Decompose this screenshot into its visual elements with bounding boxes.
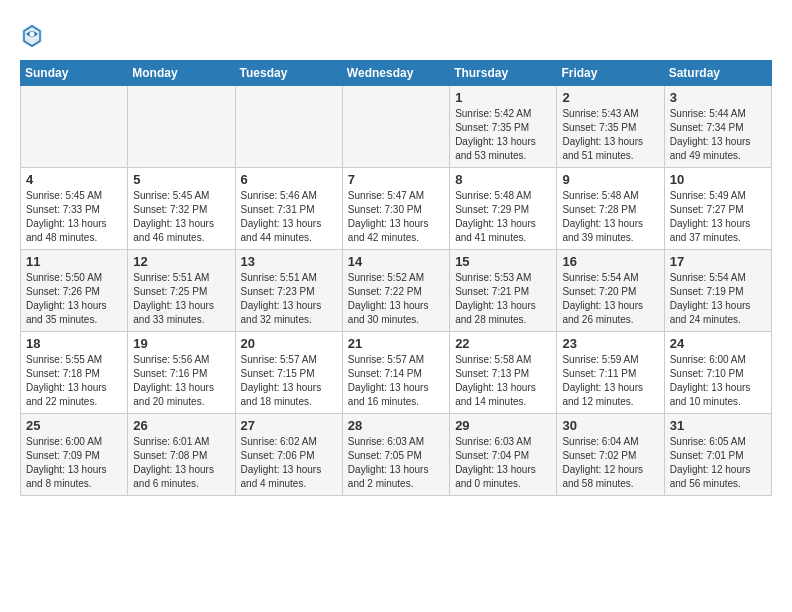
weekday-header-tuesday: Tuesday <box>235 61 342 86</box>
calendar-cell: 10Sunrise: 5:49 AMSunset: 7:27 PMDayligh… <box>664 168 771 250</box>
cell-info: Sunrise: 6:02 AMSunset: 7:06 PMDaylight:… <box>241 435 337 491</box>
cell-info: Sunrise: 5:46 AMSunset: 7:31 PMDaylight:… <box>241 189 337 245</box>
cell-info: Sunrise: 5:42 AMSunset: 7:35 PMDaylight:… <box>455 107 551 163</box>
day-number: 9 <box>562 172 658 187</box>
day-number: 24 <box>670 336 766 351</box>
day-number: 22 <box>455 336 551 351</box>
day-number: 5 <box>133 172 229 187</box>
calendar-cell: 15Sunrise: 5:53 AMSunset: 7:21 PMDayligh… <box>450 250 557 332</box>
calendar-cell: 13Sunrise: 5:51 AMSunset: 7:23 PMDayligh… <box>235 250 342 332</box>
calendar-week-row: 11Sunrise: 5:50 AMSunset: 7:26 PMDayligh… <box>21 250 772 332</box>
cell-info: Sunrise: 5:59 AMSunset: 7:11 PMDaylight:… <box>562 353 658 409</box>
cell-info: Sunrise: 5:45 AMSunset: 7:33 PMDaylight:… <box>26 189 122 245</box>
day-number: 13 <box>241 254 337 269</box>
calendar-cell <box>342 86 449 168</box>
cell-info: Sunrise: 5:56 AMSunset: 7:16 PMDaylight:… <box>133 353 229 409</box>
day-number: 28 <box>348 418 444 433</box>
cell-info: Sunrise: 6:00 AMSunset: 7:09 PMDaylight:… <box>26 435 122 491</box>
day-number: 17 <box>670 254 766 269</box>
calendar-cell: 24Sunrise: 6:00 AMSunset: 7:10 PMDayligh… <box>664 332 771 414</box>
day-number: 8 <box>455 172 551 187</box>
cell-info: Sunrise: 5:48 AMSunset: 7:29 PMDaylight:… <box>455 189 551 245</box>
cell-info: Sunrise: 5:49 AMSunset: 7:27 PMDaylight:… <box>670 189 766 245</box>
calendar-cell: 22Sunrise: 5:58 AMSunset: 7:13 PMDayligh… <box>450 332 557 414</box>
calendar-cell: 11Sunrise: 5:50 AMSunset: 7:26 PMDayligh… <box>21 250 128 332</box>
cell-info: Sunrise: 5:50 AMSunset: 7:26 PMDaylight:… <box>26 271 122 327</box>
cell-info: Sunrise: 5:45 AMSunset: 7:32 PMDaylight:… <box>133 189 229 245</box>
calendar-week-row: 1Sunrise: 5:42 AMSunset: 7:35 PMDaylight… <box>21 86 772 168</box>
cell-info: Sunrise: 5:55 AMSunset: 7:18 PMDaylight:… <box>26 353 122 409</box>
day-number: 23 <box>562 336 658 351</box>
cell-info: Sunrise: 6:04 AMSunset: 7:02 PMDaylight:… <box>562 435 658 491</box>
day-number: 21 <box>348 336 444 351</box>
calendar-table: SundayMondayTuesdayWednesdayThursdayFrid… <box>20 60 772 496</box>
cell-info: Sunrise: 6:00 AMSunset: 7:10 PMDaylight:… <box>670 353 766 409</box>
calendar-cell: 23Sunrise: 5:59 AMSunset: 7:11 PMDayligh… <box>557 332 664 414</box>
cell-info: Sunrise: 5:57 AMSunset: 7:15 PMDaylight:… <box>241 353 337 409</box>
cell-info: Sunrise: 6:05 AMSunset: 7:01 PMDaylight:… <box>670 435 766 491</box>
cell-info: Sunrise: 5:44 AMSunset: 7:34 PMDaylight:… <box>670 107 766 163</box>
svg-point-2 <box>30 32 35 37</box>
calendar-cell: 6Sunrise: 5:46 AMSunset: 7:31 PMDaylight… <box>235 168 342 250</box>
calendar-cell: 5Sunrise: 5:45 AMSunset: 7:32 PMDaylight… <box>128 168 235 250</box>
calendar-cell: 30Sunrise: 6:04 AMSunset: 7:02 PMDayligh… <box>557 414 664 496</box>
calendar-cell: 21Sunrise: 5:57 AMSunset: 7:14 PMDayligh… <box>342 332 449 414</box>
day-number: 1 <box>455 90 551 105</box>
calendar-cell: 7Sunrise: 5:47 AMSunset: 7:30 PMDaylight… <box>342 168 449 250</box>
day-number: 10 <box>670 172 766 187</box>
day-number: 18 <box>26 336 122 351</box>
calendar-cell: 3Sunrise: 5:44 AMSunset: 7:34 PMDaylight… <box>664 86 771 168</box>
calendar-cell <box>128 86 235 168</box>
cell-info: Sunrise: 6:03 AMSunset: 7:04 PMDaylight:… <box>455 435 551 491</box>
day-number: 30 <box>562 418 658 433</box>
day-number: 16 <box>562 254 658 269</box>
day-number: 15 <box>455 254 551 269</box>
day-number: 27 <box>241 418 337 433</box>
cell-info: Sunrise: 5:43 AMSunset: 7:35 PMDaylight:… <box>562 107 658 163</box>
calendar-cell: 12Sunrise: 5:51 AMSunset: 7:25 PMDayligh… <box>128 250 235 332</box>
calendar-cell: 4Sunrise: 5:45 AMSunset: 7:33 PMDaylight… <box>21 168 128 250</box>
cell-info: Sunrise: 5:58 AMSunset: 7:13 PMDaylight:… <box>455 353 551 409</box>
cell-info: Sunrise: 5:48 AMSunset: 7:28 PMDaylight:… <box>562 189 658 245</box>
day-number: 14 <box>348 254 444 269</box>
cell-info: Sunrise: 5:54 AMSunset: 7:19 PMDaylight:… <box>670 271 766 327</box>
calendar-cell: 19Sunrise: 5:56 AMSunset: 7:16 PMDayligh… <box>128 332 235 414</box>
day-number: 6 <box>241 172 337 187</box>
day-number: 25 <box>26 418 122 433</box>
calendar-cell: 25Sunrise: 6:00 AMSunset: 7:09 PMDayligh… <box>21 414 128 496</box>
weekday-header-row: SundayMondayTuesdayWednesdayThursdayFrid… <box>21 61 772 86</box>
calendar-cell: 1Sunrise: 5:42 AMSunset: 7:35 PMDaylight… <box>450 86 557 168</box>
cell-info: Sunrise: 5:52 AMSunset: 7:22 PMDaylight:… <box>348 271 444 327</box>
calendar-week-row: 18Sunrise: 5:55 AMSunset: 7:18 PMDayligh… <box>21 332 772 414</box>
calendar-cell: 17Sunrise: 5:54 AMSunset: 7:19 PMDayligh… <box>664 250 771 332</box>
weekday-header-sunday: Sunday <box>21 61 128 86</box>
cell-info: Sunrise: 5:47 AMSunset: 7:30 PMDaylight:… <box>348 189 444 245</box>
day-number: 2 <box>562 90 658 105</box>
calendar-cell: 18Sunrise: 5:55 AMSunset: 7:18 PMDayligh… <box>21 332 128 414</box>
calendar-cell: 29Sunrise: 6:03 AMSunset: 7:04 PMDayligh… <box>450 414 557 496</box>
day-number: 3 <box>670 90 766 105</box>
cell-info: Sunrise: 5:53 AMSunset: 7:21 PMDaylight:… <box>455 271 551 327</box>
calendar-week-row: 25Sunrise: 6:00 AMSunset: 7:09 PMDayligh… <box>21 414 772 496</box>
calendar-cell: 26Sunrise: 6:01 AMSunset: 7:08 PMDayligh… <box>128 414 235 496</box>
cell-info: Sunrise: 5:54 AMSunset: 7:20 PMDaylight:… <box>562 271 658 327</box>
day-number: 11 <box>26 254 122 269</box>
day-number: 19 <box>133 336 229 351</box>
calendar-cell: 28Sunrise: 6:03 AMSunset: 7:05 PMDayligh… <box>342 414 449 496</box>
calendar-cell: 27Sunrise: 6:02 AMSunset: 7:06 PMDayligh… <box>235 414 342 496</box>
calendar-cell: 9Sunrise: 5:48 AMSunset: 7:28 PMDaylight… <box>557 168 664 250</box>
calendar-cell: 20Sunrise: 5:57 AMSunset: 7:15 PMDayligh… <box>235 332 342 414</box>
calendar-cell: 8Sunrise: 5:48 AMSunset: 7:29 PMDaylight… <box>450 168 557 250</box>
day-number: 12 <box>133 254 229 269</box>
calendar-cell: 2Sunrise: 5:43 AMSunset: 7:35 PMDaylight… <box>557 86 664 168</box>
cell-info: Sunrise: 6:01 AMSunset: 7:08 PMDaylight:… <box>133 435 229 491</box>
weekday-header-thursday: Thursday <box>450 61 557 86</box>
calendar-cell: 14Sunrise: 5:52 AMSunset: 7:22 PMDayligh… <box>342 250 449 332</box>
weekday-header-saturday: Saturday <box>664 61 771 86</box>
cell-info: Sunrise: 5:51 AMSunset: 7:25 PMDaylight:… <box>133 271 229 327</box>
weekday-header-monday: Monday <box>128 61 235 86</box>
weekday-header-wednesday: Wednesday <box>342 61 449 86</box>
day-number: 20 <box>241 336 337 351</box>
cell-info: Sunrise: 5:51 AMSunset: 7:23 PMDaylight:… <box>241 271 337 327</box>
calendar-cell <box>235 86 342 168</box>
